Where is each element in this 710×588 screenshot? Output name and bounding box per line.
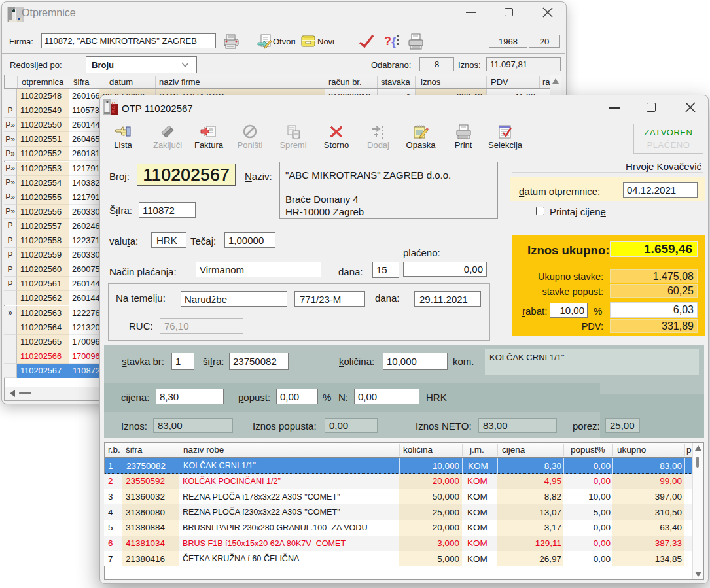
svg-text:RAC: RAC: [111, 101, 116, 113]
svg-text:{: {: [391, 35, 396, 48]
svg-text:?: ?: [384, 35, 391, 48]
